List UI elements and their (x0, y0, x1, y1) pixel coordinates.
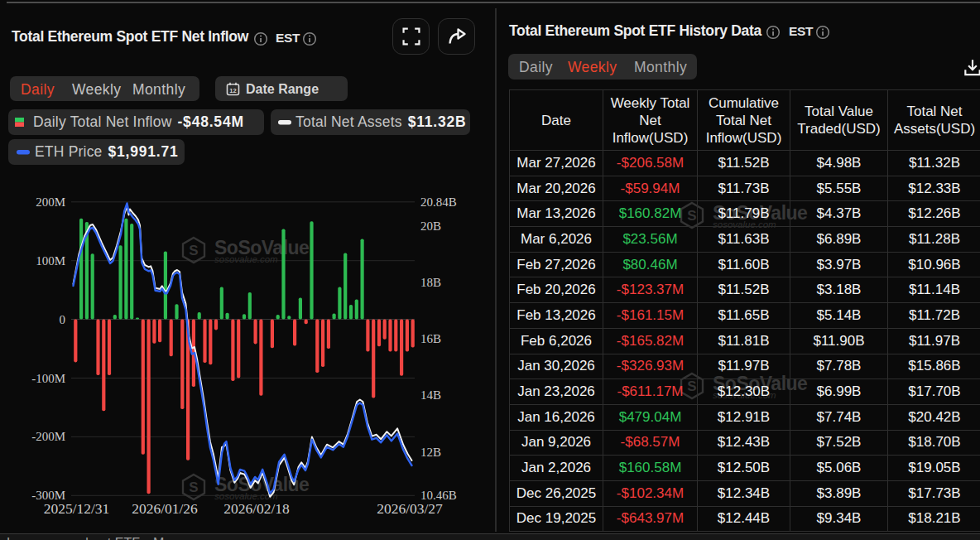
svg-text:100M: 100M (36, 254, 65, 268)
svg-text:2026/03/27: 2026/03/27 (377, 500, 443, 517)
svg-text:12B: 12B (420, 446, 441, 459)
svg-text:S: S (189, 243, 198, 258)
svg-text:2025/12/31: 2025/12/31 (44, 500, 110, 517)
svg-text:14B: 14B (420, 388, 441, 402)
svg-text:20.84B: 20.84B (420, 195, 457, 209)
svg-text:-100M: -100M (31, 372, 65, 385)
svg-text:-200M: -200M (31, 430, 65, 443)
svg-text:12: 12 (229, 87, 236, 94)
svg-text:200M: 200M (36, 195, 65, 209)
svg-text:sosovalue.com: sosovalue.com (214, 254, 278, 264)
svg-text:S: S (189, 480, 198, 495)
svg-text:2026/02/18: 2026/02/18 (223, 500, 290, 517)
svg-text:2026/01/26: 2026/01/26 (132, 500, 198, 517)
svg-text:20B: 20B (420, 219, 441, 233)
svg-text:18B: 18B (420, 276, 441, 289)
svg-text:16B: 16B (420, 332, 441, 345)
svg-text:0: 0 (60, 313, 66, 326)
